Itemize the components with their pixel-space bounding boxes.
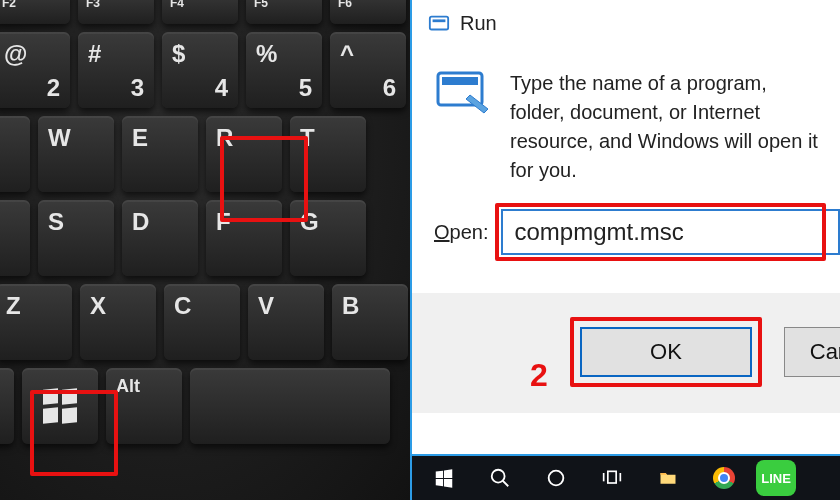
cancel-button[interactable]: Cancel bbox=[784, 327, 840, 377]
taskbar-windows-icon[interactable] bbox=[420, 458, 468, 498]
key-capslock-edge[interactable] bbox=[0, 200, 30, 276]
key-f5[interactable]: F5 bbox=[246, 0, 322, 24]
key-z[interactable]: Z bbox=[0, 284, 72, 360]
windows-logo-icon bbox=[43, 389, 77, 423]
keyboard-photo: F2 F3 F4 F5 F6 @2 #3 $4 %5 ^6 Q W E bbox=[0, 0, 410, 500]
svg-point-6 bbox=[549, 471, 564, 486]
key-e[interactable]: E bbox=[122, 116, 198, 192]
svg-rect-1 bbox=[433, 19, 446, 22]
open-label: Open: bbox=[434, 221, 489, 244]
key-fn[interactable]: Fn bbox=[0, 368, 14, 444]
svg-line-5 bbox=[503, 481, 509, 487]
key-w[interactable]: W bbox=[38, 116, 114, 192]
taskbar-search-icon[interactable] bbox=[476, 458, 524, 498]
svg-rect-0 bbox=[430, 16, 448, 29]
taskbar: LINE bbox=[412, 454, 840, 500]
run-dialog-icon bbox=[428, 13, 450, 35]
key-spacebar[interactable] bbox=[190, 368, 390, 444]
key-f4[interactable]: F4 bbox=[162, 0, 238, 24]
run-description: Type the name of a program, folder, docu… bbox=[510, 69, 826, 185]
key-g[interactable]: G bbox=[290, 200, 366, 276]
key-4[interactable]: $4 bbox=[162, 32, 238, 108]
key-r[interactable]: R bbox=[206, 116, 282, 192]
key-alt[interactable]: Alt bbox=[106, 368, 182, 444]
key-x[interactable]: X bbox=[80, 284, 156, 360]
key-c[interactable]: C bbox=[164, 284, 240, 360]
key-s[interactable]: S bbox=[38, 200, 114, 276]
dialog-button-bar: OK Cancel 2 bbox=[412, 293, 840, 413]
run-dialog: Run Type the name of a program, folder, … bbox=[410, 0, 840, 500]
key-2[interactable]: @2 bbox=[0, 32, 70, 108]
key-q[interactable]: Q bbox=[0, 116, 30, 192]
taskbar-explorer-icon[interactable] bbox=[644, 458, 692, 498]
svg-rect-3 bbox=[442, 77, 478, 85]
svg-point-4 bbox=[492, 470, 505, 483]
taskbar-taskview-icon[interactable] bbox=[588, 458, 636, 498]
key-t[interactable]: T bbox=[290, 116, 366, 192]
key-v[interactable]: V bbox=[248, 284, 324, 360]
taskbar-chrome-icon[interactable] bbox=[700, 458, 748, 498]
run-program-icon bbox=[434, 67, 492, 115]
open-input[interactable] bbox=[501, 209, 841, 255]
taskbar-cortana-icon[interactable] bbox=[532, 458, 580, 498]
key-f2[interactable]: F2 bbox=[0, 0, 70, 24]
callout-2: 2 bbox=[530, 357, 548, 394]
key-6[interactable]: ^6 bbox=[330, 32, 406, 108]
key-f3[interactable]: F3 bbox=[78, 0, 154, 24]
svg-rect-7 bbox=[608, 471, 616, 483]
key-f[interactable]: F bbox=[206, 200, 282, 276]
taskbar-line-icon[interactable]: LINE bbox=[756, 460, 796, 496]
key-f6[interactable]: F6 bbox=[330, 0, 406, 24]
key-3[interactable]: #3 bbox=[78, 32, 154, 108]
ok-button[interactable]: OK bbox=[580, 327, 752, 377]
run-title-text: Run bbox=[460, 12, 497, 35]
key-windows[interactable] bbox=[22, 368, 98, 444]
key-b[interactable]: B bbox=[332, 284, 408, 360]
key-d[interactable]: D bbox=[122, 200, 198, 276]
key-5[interactable]: %5 bbox=[246, 32, 322, 108]
